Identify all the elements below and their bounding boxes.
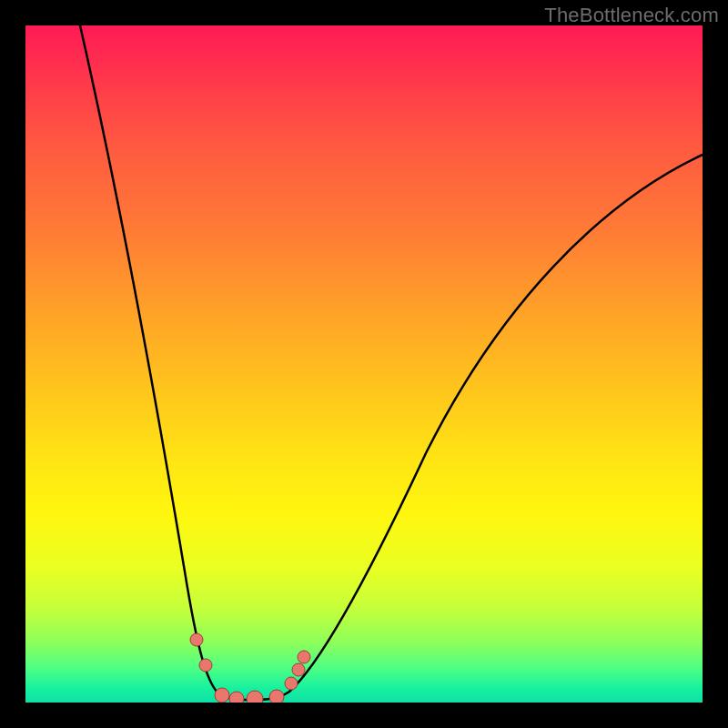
curve-marker: [292, 663, 305, 676]
marker-group: [190, 633, 310, 703]
curve-marker: [199, 659, 212, 672]
curve-marker: [229, 692, 244, 703]
curve-marker: [247, 691, 263, 703]
watermark-text: TheBottleneck.com: [544, 4, 719, 27]
curve-marker: [190, 633, 203, 646]
curve-marker: [269, 690, 284, 703]
plot-area: [25, 25, 703, 703]
curve-marker: [298, 651, 310, 663]
bottleneck-curve: [80, 25, 703, 700]
curve-marker: [285, 677, 298, 690]
curve-marker: [215, 688, 229, 703]
chart-svg: [25, 25, 703, 703]
